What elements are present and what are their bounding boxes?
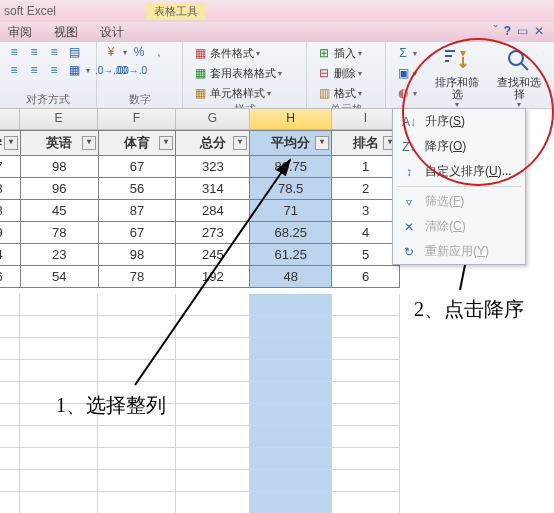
column-header-f[interactable]: F: [98, 109, 176, 129]
empty-cell[interactable]: [250, 492, 332, 513]
empty-cell[interactable]: [176, 404, 250, 426]
cell[interactable]: 5: [332, 244, 400, 266]
table-row[interactable]: 865478192486: [0, 266, 400, 288]
cell[interactable]: 67: [98, 222, 176, 244]
window-close-icon[interactable]: ✕: [534, 24, 544, 38]
cell[interactable]: 2: [332, 178, 400, 200]
cell[interactable]: 67: [98, 156, 176, 178]
empty-cell[interactable]: [20, 492, 98, 513]
menu-filter[interactable]: ▿ 筛选(F): [393, 189, 525, 214]
cell[interactable]: 48: [250, 266, 332, 288]
help-icon[interactable]: ?: [504, 24, 511, 38]
empty-cell[interactable]: [176, 426, 250, 448]
empty-cell[interactable]: [98, 470, 176, 492]
header-cell[interactable]: 排名▾: [332, 131, 400, 156]
column-header-d[interactable]: D: [0, 109, 20, 129]
cell[interactable]: 273: [176, 222, 250, 244]
cell[interactable]: 192: [176, 266, 250, 288]
empty-cell[interactable]: [332, 316, 400, 338]
empty-cell[interactable]: [250, 404, 332, 426]
empty-cell[interactable]: [98, 316, 176, 338]
empty-cell[interactable]: [332, 448, 400, 470]
percent-icon[interactable]: %: [131, 44, 147, 60]
cell[interactable]: 78: [0, 200, 20, 222]
empty-cell[interactable]: [176, 294, 250, 316]
menu-sort-asc[interactable]: A↓ 升序(S): [393, 109, 525, 134]
column-header-h[interactable]: H: [250, 109, 332, 129]
find-select-button[interactable]: 查找和选择 ▾: [490, 44, 548, 109]
tab-design[interactable]: 设计: [100, 24, 124, 41]
empty-cell[interactable]: [250, 382, 332, 404]
empty-cell[interactable]: [0, 382, 20, 404]
delete-button[interactable]: ⊟ 删除▾: [313, 64, 379, 82]
table-row[interactable]: 34239824561.255: [0, 244, 400, 266]
align-middle-icon[interactable]: ≡: [26, 44, 42, 60]
empty-cell[interactable]: [98, 360, 176, 382]
empty-cell[interactable]: [20, 448, 98, 470]
cell[interactable]: 245: [176, 244, 250, 266]
empty-cell[interactable]: [250, 360, 332, 382]
empty-cell[interactable]: [20, 470, 98, 492]
empty-cell[interactable]: [332, 470, 400, 492]
align-right-icon[interactable]: ≡: [46, 62, 62, 78]
cell[interactable]: 80.75: [250, 156, 332, 178]
cell-style-button[interactable]: ▦ 单元格样式▾: [189, 84, 300, 102]
window-restore-icon[interactable]: ▭: [517, 24, 528, 38]
empty-cell[interactable]: [20, 316, 98, 338]
empty-cell[interactable]: [332, 338, 400, 360]
empty-cell[interactable]: [250, 426, 332, 448]
empty-cell[interactable]: [98, 338, 176, 360]
cell[interactable]: 61.25: [250, 244, 332, 266]
empty-cell[interactable]: [98, 294, 176, 316]
cell[interactable]: 45: [20, 200, 98, 222]
empty-cell[interactable]: [176, 448, 250, 470]
cell[interactable]: 56: [98, 178, 176, 200]
empty-cell[interactable]: [20, 426, 98, 448]
autosum-button[interactable]: Σ▾: [392, 44, 420, 62]
cell[interactable]: 34: [0, 244, 20, 266]
empty-cell[interactable]: [250, 448, 332, 470]
cell[interactable]: 323: [176, 156, 250, 178]
comma-icon[interactable]: ,: [151, 44, 167, 60]
empty-cell[interactable]: [98, 426, 176, 448]
cell[interactable]: 98: [0, 178, 20, 200]
empty-cell[interactable]: [332, 492, 400, 513]
empty-cell[interactable]: [176, 360, 250, 382]
align-center-icon[interactable]: ≡: [26, 62, 42, 78]
empty-cell[interactable]: [0, 338, 20, 360]
empty-cell[interactable]: [20, 338, 98, 360]
cell[interactable]: 78: [20, 222, 98, 244]
cell[interactable]: 78: [98, 266, 176, 288]
cell[interactable]: 98: [20, 156, 98, 178]
minimize-ribbon-icon[interactable]: ˇ: [494, 24, 498, 38]
empty-cell[interactable]: [176, 382, 250, 404]
currency-icon[interactable]: ¥: [103, 44, 119, 60]
empty-cell[interactable]: [0, 448, 20, 470]
empty-cell[interactable]: [332, 404, 400, 426]
header-cell[interactable]: 总分▾: [176, 131, 250, 156]
filter-dropdown-icon[interactable]: ▾: [315, 136, 329, 150]
menu-reapply[interactable]: ↻ 重新应用(Y): [393, 239, 525, 264]
empty-cell[interactable]: [332, 294, 400, 316]
decrease-decimal-icon[interactable]: .00→.0: [123, 62, 139, 78]
cell[interactable]: 1: [332, 156, 400, 178]
fill-button[interactable]: ▣▾: [392, 64, 420, 82]
header-cell[interactable]: 体育▾: [98, 131, 176, 156]
column-header-i[interactable]: I: [332, 109, 400, 129]
column-headers[interactable]: DEFGHI: [0, 108, 400, 130]
cell[interactable]: 49: [0, 222, 20, 244]
header-cell[interactable]: 英语▾: [20, 131, 98, 156]
empty-cell[interactable]: [0, 316, 20, 338]
cell[interactable]: 87: [98, 200, 176, 222]
empty-cell[interactable]: [20, 294, 98, 316]
empty-cell[interactable]: [0, 360, 20, 382]
filter-dropdown-icon[interactable]: ▾: [4, 136, 18, 150]
empty-cell[interactable]: [0, 294, 20, 316]
insert-button[interactable]: ⊞ 插入▾: [313, 44, 379, 62]
cell[interactable]: 96: [20, 178, 98, 200]
cell[interactable]: 3: [332, 200, 400, 222]
column-header-e[interactable]: E: [20, 109, 98, 129]
empty-cell[interactable]: [0, 426, 20, 448]
align-top-icon[interactable]: ≡: [6, 44, 22, 60]
table-row[interactable]: 98965631478.52: [0, 178, 400, 200]
